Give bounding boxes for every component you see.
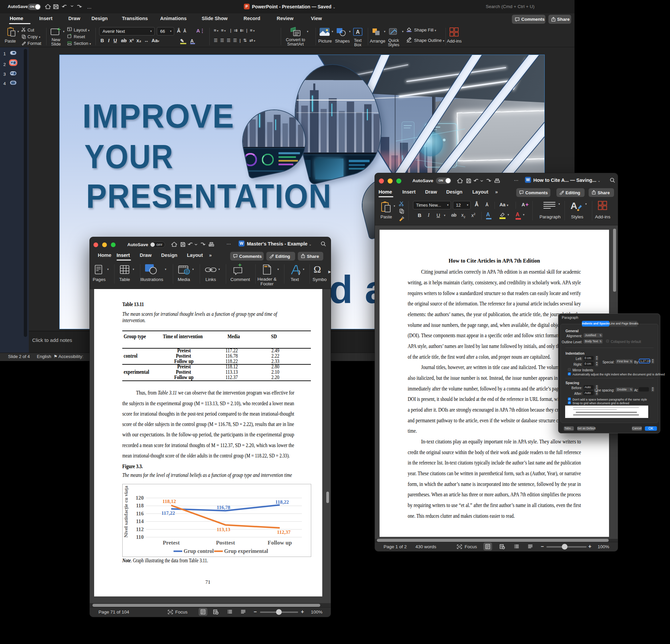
svg-text:114: 114 [136,518,144,524]
svg-text:Grup control: Grup control [184,548,214,554]
svg-text:A: A [356,29,360,35]
svg-text:Grup experimental: Grup experimental [224,548,268,554]
svg-text:112: 112 [136,526,144,532]
svg-text:Follow up: Follow up [268,539,292,546]
svg-text:118,12: 118,12 [162,499,176,504]
svg-text:116: 116 [136,511,144,517]
svg-text:113,13: 113,13 [217,527,230,532]
svg-text:118: 118 [136,503,144,508]
svg-text:Pretest: Pretest [163,539,180,546]
svg-text:118,22: 118,22 [276,499,289,505]
svg-text:Posttest: Posttest [216,539,235,546]
svg-text:Nivel satisfacție cu viața: Nivel satisfacție cu viața [123,485,129,537]
svg-text:117,22: 117,22 [161,510,175,516]
svg-text:A: A [571,201,577,211]
svg-text:112,37: 112,37 [277,530,291,535]
svg-text:120: 120 [136,495,144,501]
svg-text:110: 110 [136,534,144,540]
svg-text:116,78: 116,78 [217,505,230,510]
